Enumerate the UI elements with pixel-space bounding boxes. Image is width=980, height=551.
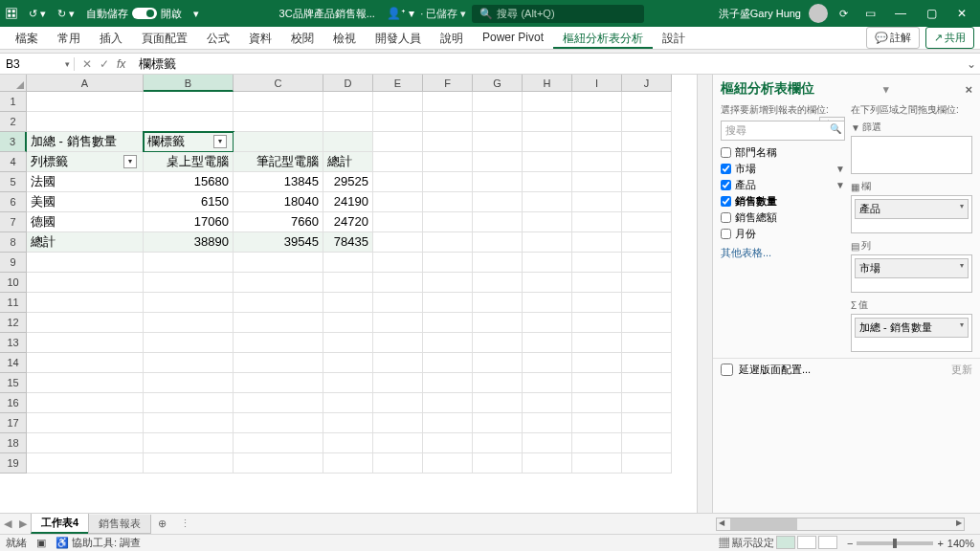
tab-help[interactable]: 說明 — [431, 27, 473, 49]
area-values-label: Σ 值 — [851, 298, 972, 312]
macro-icon[interactable]: ▣ — [36, 537, 46, 549]
row-6[interactable]: 6 — [0, 192, 27, 212]
cancel-icon[interactable]: ✕ — [82, 57, 92, 71]
tab-home[interactable]: 常用 — [48, 27, 90, 49]
more-qat[interactable]: ▾ — [188, 0, 205, 27]
sync-icon[interactable]: ⟳ — [834, 0, 854, 27]
col-C[interactable]: C — [234, 75, 323, 92]
tab-review[interactable]: 校閱 — [281, 27, 323, 49]
row-1[interactable]: 1 — [0, 92, 27, 112]
enter-icon[interactable]: ✓ — [100, 57, 109, 71]
expand-formula-icon[interactable]: ⌄ — [963, 57, 980, 71]
area-item-sum-qty[interactable]: 加總 - 銷售數量 — [855, 318, 969, 338]
col-G[interactable]: G — [473, 75, 523, 92]
saved-status: · 已儲存 ▾ — [420, 7, 466, 21]
row-8[interactable]: 8 — [0, 232, 27, 253]
filter-icon[interactable]: ▼ — [835, 164, 845, 174]
undo-button[interactable]: ↺ ▾ — [23, 0, 52, 27]
col-D[interactable]: D — [323, 75, 373, 92]
vertical-scrollbar[interactable] — [697, 75, 712, 513]
display-settings[interactable]: ▦ 顯示設定 — [719, 536, 774, 550]
tab-design[interactable]: 設計 — [653, 27, 695, 49]
tab-file[interactable]: 檔案 — [6, 27, 48, 49]
add-sheet-button[interactable]: ⊕ — [150, 518, 174, 530]
col-I[interactable]: I — [572, 75, 622, 92]
redo-button[interactable]: ↻ ▾ — [52, 0, 80, 27]
col-H[interactable]: H — [523, 75, 572, 92]
select-all[interactable] — [0, 75, 27, 92]
area-rows[interactable]: 市場 — [851, 254, 972, 293]
area-cols[interactable]: 產品 — [851, 195, 972, 233]
field-qty[interactable]: 銷售數量 — [721, 193, 845, 209]
field-product[interactable]: 產品▼ — [721, 177, 845, 193]
filter-icon[interactable]: ▾ — [123, 155, 137, 168]
col-F[interactable]: F — [423, 75, 473, 92]
row-4[interactable]: 4 — [0, 152, 27, 172]
close-pane-icon[interactable]: × — [965, 82, 972, 97]
zoom-slider[interactable] — [857, 541, 933, 545]
fx-icon[interactable]: fx — [117, 57, 125, 71]
update-button[interactable]: 更新 — [951, 363, 972, 377]
tab-analyze[interactable]: 樞紐分析表分析 — [553, 27, 653, 49]
avatar[interactable] — [809, 4, 828, 23]
tab-insert[interactable]: 插入 — [90, 27, 132, 49]
tab-layout[interactable]: 頁面配置 — [132, 27, 197, 49]
filter-icon[interactable]: ▼ — [835, 180, 845, 190]
cell-A3[interactable]: 加總 - 銷售數量 — [27, 132, 144, 152]
defer-layout-check[interactable] — [721, 364, 733, 376]
cell-B3[interactable]: 欄標籤▾ — [144, 132, 234, 152]
zoom-in[interactable]: + — [937, 538, 943, 549]
area-item-market[interactable]: 市場 — [855, 258, 969, 278]
field-market[interactable]: 市場▼ — [721, 161, 845, 177]
area-values[interactable]: 加總 - 銷售數量 — [851, 314, 972, 352]
field-search[interactable]: 搜尋 — [721, 121, 845, 141]
minimize-button[interactable]: — — [886, 7, 915, 20]
col-B[interactable]: B — [144, 75, 234, 92]
formula-input[interactable]: 欄標籤 — [133, 55, 963, 73]
ribbon-mode[interactable]: ▭ — [856, 7, 884, 20]
tab-formulas[interactable]: 公式 — [197, 27, 239, 49]
search-input[interactable]: 🔍搜尋 (Alt+Q) — [472, 5, 644, 23]
row-2[interactable]: 2 — [0, 112, 27, 132]
row-5[interactable]: 5 — [0, 172, 27, 192]
pane-menu-icon[interactable]: ▾ — [883, 83, 889, 96]
filter-icon[interactable]: ▾ — [213, 135, 227, 148]
sheet-nav-next[interactable]: ▶ — [15, 518, 31, 530]
file-name[interactable]: 3C品牌產品銷售報... — [279, 7, 375, 21]
switch-icon[interactable] — [132, 8, 157, 19]
view-page-break[interactable] — [818, 536, 837, 549]
tab-view[interactable]: 檢視 — [323, 27, 366, 49]
col-A[interactable]: A — [27, 75, 144, 92]
app-icon[interactable] — [0, 0, 23, 27]
tab-developer[interactable]: 開發人員 — [366, 27, 431, 49]
tab-powerpivot[interactable]: Power Pivot — [473, 27, 553, 49]
area-filter[interactable] — [851, 136, 972, 174]
sheet-tab-2[interactable]: 銷售報表 — [88, 515, 151, 534]
zoom-level[interactable]: 140% — [947, 538, 974, 549]
row-3[interactable]: 3 — [0, 132, 27, 152]
zoom-out[interactable]: − — [847, 538, 853, 549]
field-dept[interactable]: 部門名稱 — [721, 144, 845, 161]
sheet-nav-prev[interactable]: ◀ — [0, 518, 15, 530]
name-box[interactable]: B3 — [0, 57, 75, 71]
tab-data[interactable]: 資料 — [239, 27, 281, 49]
col-J[interactable]: J — [622, 75, 672, 92]
col-E[interactable]: E — [373, 75, 423, 92]
close-button[interactable]: ✕ — [947, 7, 976, 20]
cell-A4[interactable]: 列標籤▾ — [27, 152, 144, 172]
accessibility[interactable]: ♿ 協助工具: 調查 — [56, 536, 141, 550]
row-7[interactable]: 7 — [0, 212, 27, 232]
view-normal[interactable] — [776, 536, 795, 549]
field-amount[interactable]: 銷售總額 — [721, 209, 845, 226]
horizontal-scrollbar[interactable] — [716, 518, 965, 531]
field-month[interactable]: 月份 — [721, 226, 845, 242]
share-button[interactable]: ↗ 共用 — [925, 27, 974, 49]
area-item-product[interactable]: 產品 — [855, 199, 969, 219]
other-tables-link[interactable]: 其他表格... — [721, 242, 845, 264]
view-page-layout[interactable] — [797, 536, 816, 549]
sheet-tab-1[interactable]: 工作表4 — [31, 514, 89, 534]
user-name[interactable]: 洪子盛Gary Hung — [719, 7, 801, 21]
autosave-toggle[interactable]: 自動儲存 開啟 — [80, 7, 188, 21]
comments-button[interactable]: 💬 註解 — [866, 27, 920, 49]
maximize-button[interactable]: ▢ — [917, 7, 946, 20]
